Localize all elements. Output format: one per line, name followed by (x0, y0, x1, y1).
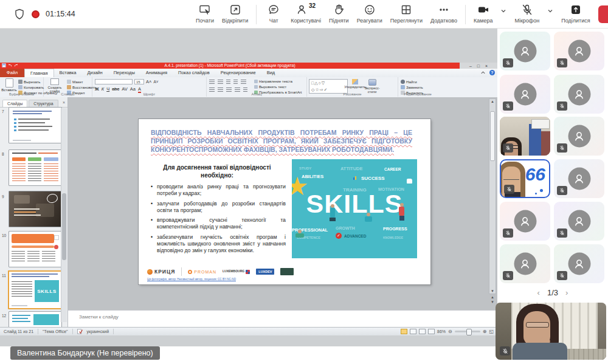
more-button[interactable]: Додатково (430, 4, 457, 24)
text-direction-button[interactable]: Направление текста (254, 79, 302, 84)
zoom-in-button[interactable]: ⊕ (483, 329, 487, 334)
align-right-icon[interactable] (226, 88, 232, 92)
microphone-button[interactable]: Мікрофон (514, 4, 539, 24)
camera-options-chevron[interactable] (500, 8, 506, 14)
tab-view[interactable]: Вид (261, 69, 281, 77)
outline-tab[interactable]: Структура (29, 100, 58, 107)
zoom-slider[interactable] (455, 331, 480, 332)
participant-video-tile[interactable] (500, 117, 550, 156)
decrease-indent-icon[interactable] (226, 80, 230, 84)
react-button[interactable]: Реагувати (357, 4, 382, 24)
unpin-button[interactable]: Відкріпити (222, 4, 248, 24)
columns-icon[interactable] (243, 88, 247, 92)
align-center-icon[interactable] (218, 88, 223, 92)
find-button[interactable]: Найти (401, 79, 424, 84)
slide-7-thumbnail[interactable] (9, 107, 62, 143)
participant-tile[interactable] (554, 244, 604, 283)
start-share-button[interactable]: Почати (196, 4, 214, 24)
quick-styles-button[interactable]: Экспресс-стили (364, 79, 380, 94)
panel-close-icon[interactable]: × (63, 100, 65, 105)
next-page-arrow[interactable]: › (565, 288, 568, 297)
numbered-list-icon[interactable] (218, 80, 223, 84)
panel-scrollbar-thumb[interactable] (62, 193, 66, 260)
slide-10-thumbnail[interactable] (9, 231, 62, 267)
share-button[interactable]: Поділитися (561, 4, 590, 24)
close-icon[interactable]: × (485, 64, 488, 68)
microphone-options-chevron[interactable] (547, 8, 553, 14)
participant-tile[interactable] (500, 32, 550, 70)
leave-button[interactable]: Вийти (598, 5, 608, 23)
arrange-button[interactable]: Упорядочить (346, 79, 364, 89)
shapes-gallery[interactable]: □△○▽◇☆⇨✓ (309, 79, 348, 94)
next-slide-button[interactable]: ▼ (491, 300, 494, 304)
strikethrough-button[interactable]: abc (112, 86, 119, 92)
underline-button[interactable]: Ч (106, 86, 109, 92)
change-case-button[interactable]: Aa (130, 86, 136, 92)
slide-12-thumbnail[interactable] (9, 311, 62, 328)
tab-slideshow[interactable]: Показ слайдов (173, 69, 215, 77)
character-spacing-button[interactable]: AV (122, 86, 127, 92)
camera-button[interactable]: Камера (474, 4, 492, 24)
paste-button[interactable]: Вставить (2, 78, 16, 92)
justify-icon[interactable] (235, 88, 240, 92)
participant-tile[interactable] (500, 244, 550, 283)
slide-8-thumbnail[interactable] (9, 149, 62, 186)
participants-button[interactable]: 32 Користувачі (291, 4, 321, 24)
chat-button[interactable]: Чат (264, 4, 283, 24)
collapse-ribbon-chevron[interactable] (480, 70, 486, 75)
panel-scrollbar[interactable] (61, 108, 67, 322)
notes-pane[interactable]: Заметки к слайду (68, 310, 497, 327)
participant-tile[interactable] (554, 202, 604, 241)
fit-to-window-button[interactable]: ◱ (489, 329, 494, 334)
ppt-titlebar[interactable]: A.4.1. presentation (1) - Microsoft Powe… (0, 63, 460, 69)
help-icon[interactable]: ? (489, 70, 495, 75)
tab-insert[interactable]: Вставка (54, 69, 82, 77)
tab-file[interactable]: Файл (0, 69, 24, 77)
slide-scrollbar[interactable]: ▲ ▼ (489, 98, 496, 294)
slide-scrollbar-thumb[interactable] (490, 111, 495, 161)
slideshow-view-button[interactable] (428, 329, 435, 334)
zoom-slider-knob[interactable] (466, 329, 472, 335)
bullet-list-icon[interactable] (209, 80, 215, 84)
shrink-font-button[interactable]: A˅ (153, 80, 158, 84)
line-spacing-icon[interactable] (241, 80, 246, 84)
bold-button[interactable]: Ж (95, 86, 99, 92)
normal-view-button[interactable] (401, 329, 407, 334)
increase-indent-icon[interactable] (233, 80, 238, 84)
align-text-button[interactable]: Выровнять текст (254, 84, 302, 89)
minimize-icon[interactable]: – (469, 64, 472, 68)
italic-button[interactable]: К (102, 86, 104, 92)
tab-design[interactable]: Дизайн (81, 69, 108, 77)
language-indicator[interactable]: украинский (87, 329, 109, 334)
align-left-icon[interactable] (209, 88, 215, 92)
participant-tile[interactable] (554, 117, 604, 156)
font-size-combobox[interactable]: 15 (134, 79, 144, 84)
participant-tile[interactable] (500, 202, 550, 241)
slide-sorter-view-button[interactable] (410, 329, 416, 334)
participant-tile[interactable] (554, 159, 604, 198)
tab-home[interactable]: Главная (24, 69, 54, 77)
raise-hand-button[interactable]: Підняти (329, 4, 349, 24)
new-slide-button[interactable]: Создать слайд (45, 78, 64, 93)
grow-font-button[interactable]: A˄ (146, 79, 151, 84)
reading-view-button[interactable] (419, 329, 426, 334)
view-button[interactable]: Переглянути (390, 4, 423, 24)
previous-page-arrow[interactable]: ‹ (537, 288, 540, 297)
tab-animation[interactable]: Анимация (140, 69, 173, 77)
participant-tile[interactable] (554, 32, 604, 70)
tab-transitions[interactable]: Переходы (108, 69, 140, 77)
maximize-icon[interactable]: □ (477, 64, 480, 68)
zoom-out-button[interactable]: ⊖ (448, 329, 452, 334)
spellcheck-icon[interactable] (77, 329, 83, 334)
participant-tile[interactable] (500, 75, 550, 114)
slide-11-thumbnail-selected[interactable]: SKILLS (8, 270, 64, 309)
participant-tile[interactable] (554, 75, 604, 114)
previous-slide-button[interactable]: ▲ (491, 295, 494, 299)
slide-9-thumbnail[interactable] (9, 191, 62, 227)
current-slide[interactable]: ВІДПОВІДНІСТЬ НАВЧАЛЬНИХ ПРОДУКТІВ ПОТРЕ… (139, 119, 430, 284)
slides-tab[interactable]: Слайды (2, 100, 27, 107)
replace-button[interactable]: Заменить (401, 84, 424, 89)
font-name-combobox[interactable] (95, 79, 133, 84)
tab-review[interactable]: Рецензирование (215, 69, 261, 77)
featured-participant-video[interactable] (496, 303, 606, 360)
